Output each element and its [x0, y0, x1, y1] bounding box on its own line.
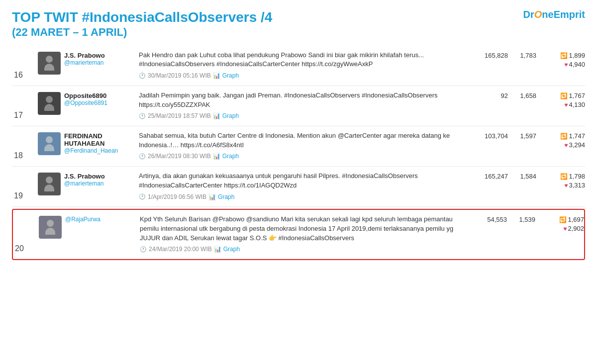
retweet-icon-16: 🔁: [560, 52, 568, 59]
retweet-icon-18: 🔁: [560, 133, 568, 140]
likes-18: 1,597: [513, 131, 540, 161]
clock-icon-17: 🕐: [139, 112, 146, 120]
logo-area: DrOneEmprit: [523, 9, 585, 20]
reach-20: 54,553: [470, 215, 512, 254]
retweet-19: 🔁1,798: [540, 173, 585, 180]
user-17: Opposite6890 @Opposite6891: [64, 91, 139, 121]
heart-18: ♥3,294: [540, 141, 585, 149]
tweet-meta-17: 🕐 25/Mar/2019 18:57 WIB 📊 Graph: [139, 112, 466, 120]
likes-17: 1,658: [513, 91, 540, 121]
tweet-date-16: 30/Mar/2019 05:16 WIB: [148, 72, 211, 80]
retweet-icon-19: 🔁: [560, 173, 568, 180]
retweet-icon-17: 🔁: [560, 92, 568, 99]
graph-link-17[interactable]: Graph: [222, 112, 239, 120]
graph-link-20[interactable]: Graph: [223, 245, 240, 254]
chart-icon-17: 📊: [213, 112, 220, 120]
tweets-container: 16 J.S. Prabowo @marierteman Pak Hendro …: [12, 46, 585, 260]
user-name-16: J.S. Prabowo: [64, 52, 135, 59]
tweet-row: 16 J.S. Prabowo @marierteman Pak Hendro …: [12, 46, 585, 86]
heart-20: ♥2,902: [539, 225, 584, 232]
retweet-18: 🔁1,747: [540, 132, 585, 140]
header-area: TOP TWIT #IndonesiaCallsObservers /4 (22…: [12, 9, 585, 39]
heart-icon-18: ♥: [564, 142, 568, 149]
tweet-text-19: Artinya, dia akan gunakan kekuasaanya un…: [139, 172, 466, 190]
user-handle-20[interactable]: @RajaPurwa: [65, 216, 136, 223]
chart-icon-16: 📊: [213, 72, 220, 80]
tweet-row-18: 18 FERDINAND HUTAHAEAN @Ferdinand_Haean …: [12, 126, 585, 167]
logo: DrOneEmprit: [523, 9, 585, 20]
avatar-col-18: [34, 131, 64, 161]
page-wrapper: TOP TWIT #IndonesiaCallsObservers /4 (22…: [0, 0, 597, 364]
page-subtitle: (22 MARET – 1 APRIL): [12, 26, 272, 39]
stats-18: 🔁1,747 ♥3,294: [540, 131, 585, 161]
clock-icon-19: 🕐: [139, 193, 146, 201]
clock-icon-16: 🕐: [139, 72, 146, 80]
avatar-col-16: [34, 51, 64, 81]
user-handle-16[interactable]: @marierteman: [64, 59, 135, 66]
heart-16: ♥4,940: [540, 61, 585, 68]
rank-19: 19: [12, 172, 34, 201]
logo-text: DrOneEmprit: [523, 9, 585, 20]
tweet-meta-18: 🕐 26/Mar/2019 08:30 WIB 📊 Graph: [139, 152, 466, 161]
likes-16: 1,783: [513, 51, 540, 81]
graph-link-19[interactable]: Graph: [218, 193, 234, 201]
tweet-meta-16: 🕐 30/Mar/2019 05:16 WIB 📊 Graph: [139, 72, 466, 80]
tweet-row-17: 17 Opposite6890 @Opposite6891 Jadilah Pe…: [12, 86, 585, 126]
tweet-row-20: 20 @RajaPurwa Kpd Yth Seluruh Barisan @P…: [12, 209, 585, 260]
user-16: J.S. Prabowo @marierteman: [64, 51, 139, 81]
rank-16: 16: [12, 51, 34, 81]
user-name-19: J.S. Prabowo: [64, 173, 135, 180]
tweet-content-19: Artinya, dia akan gunakan kekuasaanya un…: [139, 172, 471, 201]
retweet-20: 🔁1,697: [539, 216, 584, 223]
user-handle-17[interactable]: @Opposite6891: [64, 99, 135, 106]
header-text: TOP TWIT #IndonesiaCallsObservers /4 (22…: [12, 9, 272, 39]
heart-icon-19: ♥: [564, 182, 568, 189]
user-name-18: FERDINAND HUTAHAEAN: [64, 132, 135, 147]
page-title: TOP TWIT #IndonesiaCallsObservers /4: [12, 9, 272, 26]
heart-icon-16: ♥: [564, 61, 568, 68]
tweet-meta-19: 🕐 1/Apr/2019 06:56 WIB 📊 Graph: [139, 193, 466, 201]
avatar-col-19: [34, 172, 64, 201]
graph-link-16[interactable]: Graph: [222, 72, 239, 80]
graph-link-18[interactable]: Graph: [222, 152, 239, 161]
clock-icon-20: 🕐: [140, 246, 147, 254]
tweet-text-18: Sahabat semua, kita butuh Carter Centre …: [139, 131, 466, 150]
avatar-col-20: [35, 215, 65, 254]
likes-19: 1,584: [513, 172, 540, 201]
tweet-content-18: Sahabat semua, kita butuh Carter Centre …: [139, 131, 471, 161]
stats-17: 🔁1,767 ♥4,130: [540, 91, 585, 121]
rank-18: 18: [12, 131, 34, 161]
heart-17: ♥4,130: [540, 101, 585, 108]
user-handle-19[interactable]: @marierteman: [64, 180, 135, 187]
chart-icon-20: 📊: [214, 245, 221, 254]
user-name-17: Opposite6890: [64, 92, 135, 99]
chart-icon-19: 📊: [208, 193, 216, 201]
tweet-text-20: Kpd Yth Seluruh Barisan @Prabowo @sandiu…: [140, 215, 465, 243]
clock-icon-18: 🕐: [139, 153, 146, 161]
tweet-date-18: 26/Mar/2019 08:30 WIB: [148, 152, 211, 161]
stats-16: 🔁1,899 ♥4,940: [540, 51, 585, 81]
user-handle-18[interactable]: @Ferdinand_Haean: [64, 147, 135, 154]
tweet-content-20: Kpd Yth Seluruh Barisan @Prabowo @sandiu…: [140, 215, 470, 254]
tweet-content-17: Jadilah Pemimpin yang baik. Jangan jadi …: [139, 91, 471, 121]
reach-18: 103,704: [471, 131, 513, 161]
heart-19: ♥3,313: [540, 182, 585, 189]
avatar-17: [38, 92, 61, 115]
rank-20: 20: [13, 215, 35, 254]
chart-icon-18: 📊: [213, 152, 220, 161]
reach-16: 165,828: [471, 51, 513, 81]
avatar-20: [39, 216, 62, 239]
heart-icon-20: ♥: [563, 225, 567, 232]
avatar-19: [38, 173, 61, 195]
avatar-col-17: [34, 91, 64, 121]
likes-20: 1,539: [512, 215, 539, 254]
reach-17: 92: [471, 91, 513, 121]
user-18: FERDINAND HUTAHAEAN @Ferdinand_Haean: [64, 131, 139, 161]
user-20: @RajaPurwa: [65, 215, 140, 254]
retweet-17: 🔁1,767: [540, 92, 585, 99]
tweet-text-17: Jadilah Pemimpin yang baik. Jangan jadi …: [139, 91, 466, 110]
retweet-16: 🔁1,899: [540, 52, 585, 59]
tweet-row-19: 19 J.S. Prabowo @marierteman Artinya, di…: [12, 167, 585, 207]
tweet-text-16: Pak Hendro dan pak Luhut coba lihat pend…: [139, 51, 466, 70]
stats-20: 🔁1,697 ♥2,902: [539, 215, 584, 254]
